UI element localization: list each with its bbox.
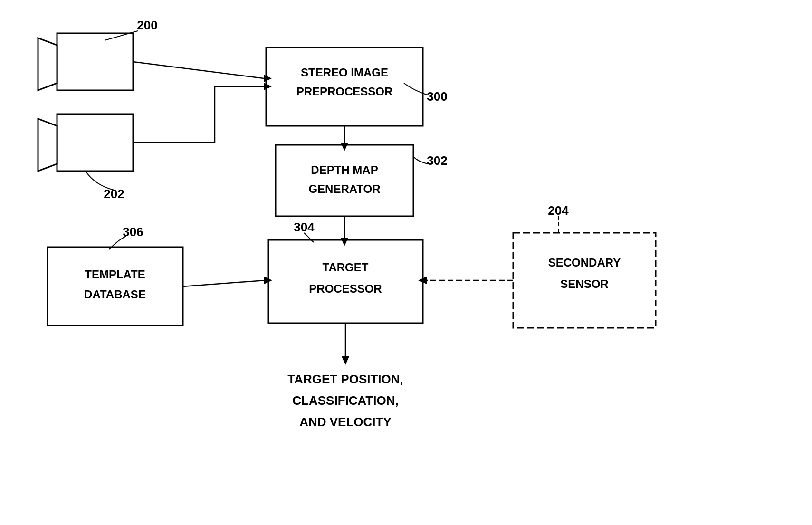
camera1-ref: 200 — [137, 18, 157, 32]
stereo-preprocessor-label-line2: PREPROCESSOR — [296, 85, 393, 98]
arrow-cam1-to-stereo — [133, 62, 264, 78]
depth-map-label-line2: GENERATOR — [308, 182, 380, 195]
template-db-ref: 306 — [123, 225, 143, 239]
camera2-lens — [38, 119, 57, 171]
secondary-sensor-ref: 204 — [548, 203, 569, 218]
target-processor-label-line1: TARGET — [323, 261, 369, 274]
depth-map-label-line1: DEPTH MAP — [311, 163, 378, 176]
depth-map-leader — [413, 157, 428, 164]
output-label-line3: AND VELOCITY — [299, 415, 392, 429]
depth-map-box — [276, 145, 413, 216]
template-db-box — [48, 247, 183, 325]
secondary-sensor-label-line2: SENSOR — [560, 277, 608, 290]
template-db-label-line1: TEMPLATE — [85, 268, 145, 281]
secondary-sensor-label-line1: SECONDARY — [548, 256, 621, 269]
target-processor-ref: 304 — [294, 220, 315, 234]
diagram-container: 200 202 STEREO IMAGE PREPROCESSOR 300 DE… — [0, 0, 812, 525]
target-processor-label-line2: PROCESSOR — [309, 282, 382, 295]
camera1-body — [57, 33, 133, 90]
output-label-line2: CLASSIFICATION, — [292, 393, 398, 408]
output-label-line1: TARGET POSITION, — [287, 372, 403, 386]
stereo-preprocessor-label-line1: STEREO IMAGE — [301, 66, 388, 79]
camera2-body — [57, 114, 133, 171]
template-db-label-line2: DATABASE — [84, 288, 146, 301]
arrow-template-to-target — [183, 280, 265, 286]
arrow-target-to-output-head — [342, 356, 349, 365]
camera1-lens — [38, 38, 57, 90]
main-diagram-svg: 200 202 STEREO IMAGE PREPROCESSOR 300 DE… — [0, 0, 812, 525]
depth-map-ref: 302 — [427, 153, 447, 168]
stereo-preprocessor-ref: 300 — [427, 89, 447, 104]
camera2-ref: 202 — [104, 187, 124, 201]
target-processor-box — [268, 240, 423, 323]
